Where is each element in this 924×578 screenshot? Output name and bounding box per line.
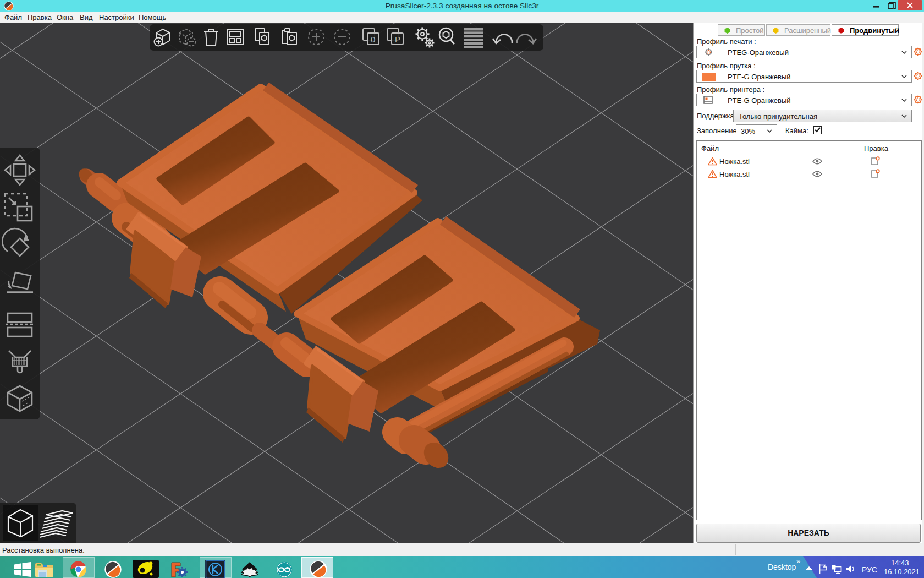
svg-text:0: 0 (371, 35, 375, 44)
svg-text:P: P (395, 35, 400, 44)
